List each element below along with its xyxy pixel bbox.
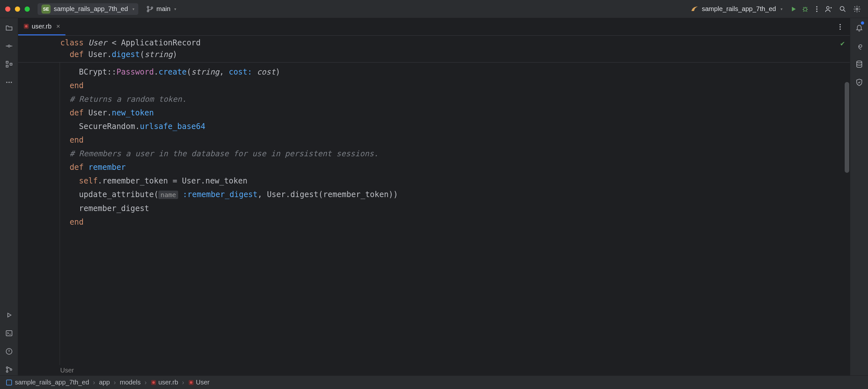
- inspection-ok-icon[interactable]: ✔: [840, 37, 845, 49]
- ellipsis-icon: [5, 79, 13, 86]
- svg-point-22: [10, 369, 12, 370]
- run-config-selector[interactable]: sample_rails_app_7th_ed ▾: [691, 5, 782, 13]
- terminal-tool-icon[interactable]: [3, 327, 15, 339]
- sticky-scroll-header[interactable]: class User < ApplicationRecord def User.…: [18, 36, 850, 62]
- svg-point-26: [839, 26, 841, 28]
- vcs-branch-selector[interactable]: main ▾: [146, 5, 176, 13]
- branch-name: main: [156, 5, 170, 12]
- chevron-right-icon: ›: [93, 379, 95, 386]
- run-button[interactable]: [788, 3, 799, 15]
- svg-rect-13: [10, 63, 12, 65]
- kebab-icon: [836, 23, 844, 31]
- svg-rect-29: [6, 380, 12, 385]
- rails-icon: [691, 5, 699, 13]
- tab-user-rb[interactable]: user.rb ✕: [18, 18, 65, 35]
- folder-icon: [5, 24, 13, 32]
- close-tab-button[interactable]: ✕: [56, 23, 60, 29]
- tab-bar: user.rb ✕: [18, 18, 850, 36]
- crumb-class[interactable]: User: [188, 379, 210, 386]
- project-badge: SE: [41, 4, 51, 13]
- structure-icon: [5, 60, 13, 68]
- branch-icon: [146, 5, 154, 13]
- svg-point-33: [190, 381, 192, 384]
- svg-point-15: [8, 82, 10, 83]
- breadcrumb-bar: sample_rails_app_7th_ed › app › models ›…: [0, 376, 868, 389]
- play-outline-icon: [5, 311, 13, 319]
- run-tool-icon[interactable]: [3, 309, 15, 321]
- crumb-models[interactable]: models: [120, 379, 141, 386]
- svg-rect-11: [6, 61, 8, 63]
- right-tool-rail: [850, 18, 868, 376]
- tab-filename: user.rb: [32, 23, 52, 30]
- person-plus-icon: [825, 5, 832, 13]
- chevron-down-icon: ▾: [780, 7, 782, 11]
- kebab-icon: [813, 5, 821, 13]
- context-class: User: [60, 367, 74, 374]
- maximize-window[interactable]: [25, 6, 30, 12]
- inlay-hint[interactable]: name: [158, 191, 178, 199]
- svg-point-4: [816, 6, 817, 7]
- editor-area: user.rb ✕ class User < ApplicationRecord…: [18, 18, 850, 376]
- chevron-down-icon: ▾: [132, 7, 134, 11]
- svg-point-7: [827, 6, 829, 9]
- class-name: User: [88, 38, 107, 47]
- svg-point-9: [856, 8, 858, 10]
- search-icon: [839, 5, 847, 13]
- chevron-right-icon: ›: [182, 379, 184, 386]
- chevron-right-icon: ›: [114, 379, 116, 386]
- warning-icon: [5, 348, 13, 355]
- titlebar: SE sample_rails_app_7th_ed ▾ main ▾ samp…: [0, 0, 868, 18]
- bell-icon: [856, 24, 863, 32]
- more-run-actions[interactable]: [811, 3, 823, 15]
- svg-point-1: [147, 10, 149, 12]
- svg-point-31: [152, 381, 155, 384]
- svg-point-24: [25, 25, 28, 28]
- close-window[interactable]: [5, 6, 10, 12]
- more-tools-icon[interactable]: [3, 77, 15, 88]
- spiral-icon: [856, 42, 863, 50]
- svg-rect-18: [6, 331, 12, 336]
- svg-point-28: [857, 61, 862, 63]
- svg-point-8: [840, 6, 844, 10]
- project-selector[interactable]: SE sample_rails_app_7th_ed ▾: [37, 3, 138, 15]
- code-with-me-button[interactable]: [823, 3, 834, 15]
- svg-point-16: [11, 82, 12, 83]
- commit-tool-icon[interactable]: [3, 40, 15, 52]
- vertical-scrollbar[interactable]: [845, 82, 849, 173]
- ruby-class-icon: [188, 380, 194, 385]
- svg-point-5: [816, 8, 817, 10]
- crumb-project[interactable]: sample_rails_app_7th_ed: [5, 379, 89, 386]
- bug-icon: [801, 5, 809, 13]
- notification-dot: [861, 21, 864, 25]
- settings-button[interactable]: [851, 3, 863, 15]
- search-everywhere-button[interactable]: [837, 3, 848, 15]
- debug-button[interactable]: [799, 3, 811, 15]
- git-icon: [5, 366, 13, 373]
- project-name: sample_rails_app_7th_ed: [54, 5, 128, 12]
- database-tool-button[interactable]: [854, 58, 865, 70]
- svg-rect-12: [6, 65, 8, 67]
- database-icon: [856, 60, 863, 68]
- commit-icon: [5, 42, 13, 50]
- svg-point-25: [839, 24, 841, 25]
- crumb-file[interactable]: user.rb: [151, 379, 178, 386]
- chevron-right-icon: ›: [145, 379, 147, 386]
- ai-assistant-button[interactable]: [854, 40, 865, 52]
- crumb-app[interactable]: app: [99, 379, 110, 386]
- svg-point-3: [804, 8, 807, 11]
- vcs-tool-icon[interactable]: [3, 364, 15, 376]
- tab-actions-button[interactable]: [834, 21, 846, 33]
- ruby-file-icon: [151, 380, 156, 385]
- traffic-lights: [5, 6, 30, 12]
- module-icon: [5, 379, 13, 386]
- structure-tool-icon[interactable]: [3, 58, 15, 70]
- security-tool-button[interactable]: [854, 77, 865, 88]
- project-tool-icon[interactable]: [3, 22, 15, 34]
- indent-guide: [60, 62, 60, 365]
- minimize-window[interactable]: [15, 6, 20, 12]
- svg-point-2: [151, 7, 153, 8]
- left-tool-rail: [0, 18, 18, 376]
- terminal-icon: [5, 329, 13, 337]
- code-editor[interactable]: BCrypt::Password.create(string, cost: co…: [18, 62, 850, 365]
- problems-tool-icon[interactable]: [3, 345, 15, 357]
